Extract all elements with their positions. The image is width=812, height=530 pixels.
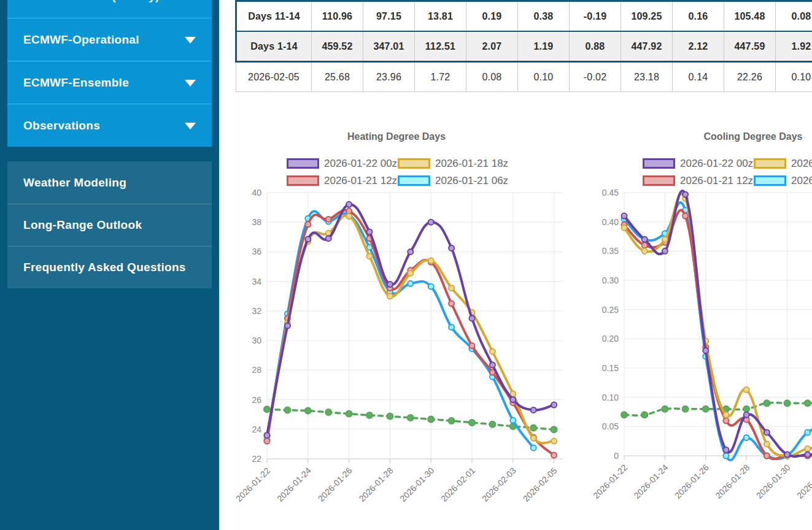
table-cell[interactable]: 23.96 (363, 62, 415, 92)
sidebar-item-label: Weather Modeling (23, 176, 126, 190)
sidebar-nav-models: GFS-Ensemble (34-Day) ECMWF-Operational … (7, 0, 212, 147)
table-cell[interactable]: 347.01 (363, 31, 415, 62)
row-label: Days 11-14 (236, 1, 312, 32)
sidebar-item-faq[interactable]: Frequently Asked Questions (7, 246, 212, 288)
table-cell[interactable]: 23.18 (621, 62, 673, 92)
svg-text:2026-02-01: 2026-02-01 (439, 466, 477, 504)
svg-text:2026-01-28: 2026-01-28 (357, 466, 395, 504)
table-cell[interactable]: 110.96 (312, 1, 363, 32)
legend-item[interactable]: 2026-01-21 12z (644, 175, 754, 186)
svg-text:2026-01-28: 2026-01-28 (713, 463, 751, 501)
table-cell[interactable]: 25.68 (312, 62, 363, 92)
table-cell[interactable]: 0.88 (570, 31, 621, 62)
sidebar-item-ecmwf-operational[interactable]: ECMWF-Operational (7, 18, 212, 61)
table-cell[interactable]: 105.48 (724, 1, 776, 32)
table-cell[interactable]: 109.25 (621, 1, 673, 32)
chevron-down-icon (185, 123, 196, 129)
table-cell[interactable]: 0.08 (466, 62, 518, 92)
table-row: Days 11-14 110.96 97.15 13.81 0.19 0.38 … (236, 1, 812, 32)
svg-text:2026-01-30: 2026-01-30 (398, 466, 436, 504)
svg-text:2026-02-03: 2026-02-03 (480, 466, 518, 504)
table-cell[interactable]: 0.38 (518, 1, 570, 32)
svg-text:0.05: 0.05 (602, 421, 619, 431)
table-cell[interactable]: 1.92 (776, 31, 812, 62)
sidebar-nav-pages: Weather Modeling Long-Range Outlook Freq… (7, 161, 212, 288)
svg-text:0.40: 0.40 (602, 217, 619, 227)
sidebar-item-gfs-ensemble[interactable]: GFS-Ensemble (34-Day) (7, 0, 212, 18)
svg-text:0.15: 0.15 (602, 363, 619, 373)
legend-item[interactable]: 2026-01-21 06z (399, 175, 509, 186)
table-row: 2026-02-05 25.68 23.96 1.72 0.08 0.10 -0… (236, 62, 812, 92)
table-row: Days 1-14 459.52 347.01 112.51 2.07 1.19… (236, 31, 812, 62)
sidebar-item-ecmwf-ensemble[interactable]: ECMWF-Ensemble (7, 61, 212, 104)
sidebar-item-label: ECMWF-Operational (23, 33, 139, 47)
svg-text:2026-01-22: 2026-01-22 (234, 466, 272, 504)
svg-text:2026-01-21 12z: 2026-01-21 12z (324, 175, 397, 186)
row-label: 2026-02-05 (236, 62, 312, 92)
heating-degree-days-canvas: 403836343230282624222026-01-222026-01-24… (235, 123, 565, 528)
svg-text:0.30: 0.30 (602, 275, 619, 285)
svg-text:2026-01-21 06z: 2026-01-21 06z (435, 175, 508, 186)
table-cell[interactable]: 1.72 (415, 62, 466, 92)
svg-text:0.10: 0.10 (602, 393, 619, 402)
table-cell[interactable]: 97.15 (363, 1, 415, 32)
svg-text:2026-01-21 12z: 2026-01-21 12z (680, 175, 753, 186)
svg-text:Heating Degree Days: Heating Degree Days (347, 131, 446, 142)
svg-text:38: 38 (252, 217, 261, 227)
svg-text:2026-01-22: 2026-01-22 (591, 463, 629, 501)
sidebar-item-observations[interactable]: Observations (7, 104, 212, 147)
table-cell-highlighted[interactable]: 112.51 (415, 31, 466, 62)
table-cell[interactable]: 1.19 (518, 31, 570, 62)
svg-text:2026-01-30: 2026-01-30 (754, 463, 792, 501)
forecast-stats-table: Days 11-14 110.96 97.15 13.81 0.19 0.38 … (235, 0, 812, 92)
table-cell[interactable]: -0.02 (570, 62, 621, 92)
svg-text:2026-01-26: 2026-01-26 (673, 463, 711, 501)
sidebar-item-weather-modeling[interactable]: Weather Modeling (7, 161, 212, 204)
svg-text:2026-01-22 00z: 2026-01-22 00z (324, 158, 397, 169)
sidebar-item-label: Long-Range Outlook (23, 218, 142, 232)
svg-text:0: 0 (614, 451, 619, 461)
svg-text:2026-01-24: 2026-01-24 (632, 463, 670, 501)
legend-item[interactable]: 2026-01-21 18z (755, 158, 812, 169)
table-cell[interactable]: 22.26 (724, 62, 776, 92)
legend-item[interactable]: 2026-01-22 00z (644, 158, 754, 169)
table-cell[interactable]: 0.10 (776, 62, 812, 92)
table-cell[interactable]: 447.92 (621, 31, 673, 62)
legend-item[interactable]: 2026-01-21 18z (399, 158, 509, 169)
legend-item[interactable]: 2026-01-21 12z (288, 175, 398, 186)
cooling-degree-days-canvas: 0.450.400.350.300.250.200.150.100.050202… (586, 123, 812, 528)
page: GFS-Ensemble (34-Day) ECMWF-Operational … (0, 0, 812, 530)
main-content: Days 11-14 110.96 97.15 13.81 0.19 0.38 … (235, 0, 812, 530)
table-cell[interactable]: 0.14 (673, 62, 724, 92)
table-cell[interactable]: 2.12 (673, 31, 724, 62)
table-cell[interactable]: 0.19 (466, 1, 518, 32)
table-cell[interactable]: 459.52 (312, 31, 363, 62)
sidebar-item-label: GFS-Ensemble (34-Day) (23, 0, 160, 3)
table-cell[interactable]: -0.19 (570, 1, 621, 32)
table-cell[interactable]: 2.07 (466, 31, 518, 62)
svg-text:36: 36 (252, 247, 261, 256)
svg-text:2026-01-21 18z: 2026-01-21 18z (791, 158, 812, 169)
sidebar-item-long-range-outlook[interactable]: Long-Range Outlook (7, 204, 212, 246)
svg-text:2026-01-21 06z: 2026-01-21 06z (791, 175, 812, 186)
chevron-down-icon (185, 80, 196, 86)
legend-item[interactable]: 2026-01-22 00z (288, 158, 398, 169)
legend-item[interactable]: 2026-01-21 06z (755, 175, 812, 186)
table-cell[interactable]: 0.10 (518, 62, 570, 92)
row-label: Days 1-14 (236, 31, 312, 62)
chevron-down-icon (185, 37, 196, 44)
svg-text:2026-01-21 18z: 2026-01-21 18z (435, 158, 508, 169)
svg-text:28: 28 (252, 365, 261, 375)
heating-degree-days-chart: 403836343230282624222026-01-222026-01-24… (235, 123, 565, 528)
svg-text:2026-02-05: 2026-02-05 (521, 466, 559, 504)
table-cell[interactable]: 0.08 (776, 1, 812, 32)
svg-text:0.25: 0.25 (602, 305, 619, 315)
table-cell[interactable]: 447.59 (724, 31, 776, 62)
svg-text:26: 26 (252, 395, 261, 405)
svg-text:0.35: 0.35 (602, 246, 619, 256)
table-cell-highlighted[interactable]: 13.81 (415, 1, 466, 32)
svg-text:40: 40 (252, 188, 261, 198)
svg-text:30: 30 (252, 336, 261, 345)
sidebar-item-label: Observations (23, 119, 100, 132)
table-cell[interactable]: 0.16 (673, 1, 724, 32)
